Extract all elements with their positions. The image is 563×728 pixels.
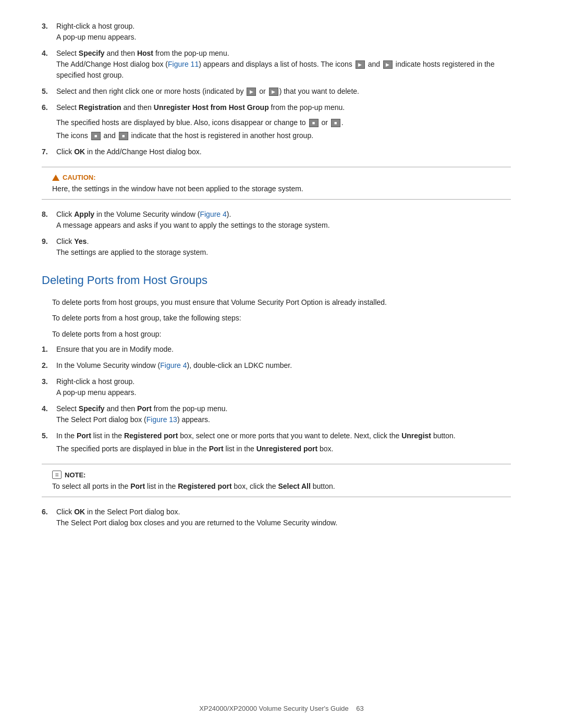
step-8-number: 8 [42, 209, 56, 231]
host-icon-8: ■ [119, 132, 128, 140]
step-8-apply: Apply [74, 210, 94, 218]
del-step-6-ok: OK [74, 508, 85, 516]
step-3-content: Right-click a host group. A pop-up menu … [56, 21, 136, 43]
step-4: 4 Select Specify and then Host from the … [42, 48, 511, 81]
del-step-5-main: In the Port list in the Registered port … [56, 430, 456, 441]
step-6-number: 6 [42, 102, 56, 141]
step-4-specify: Specify [79, 49, 105, 57]
step-5-content: Select and then right click one or more … [56, 86, 359, 97]
caution-text: Here, the settings in the window have no… [52, 184, 500, 193]
del-step-4-sub: The Select Port dialog box (Figure 13) a… [56, 414, 227, 425]
del-step-3-content: Right-click a host group. A pop-up menu … [56, 376, 136, 398]
del-step-3-number: 3 [42, 376, 56, 398]
del-step-5-port: Port [77, 431, 91, 440]
step-8-sub: A message appears and asks if you want t… [56, 220, 330, 231]
del-step-2-main: In the Volume Security window (Figure 4)… [56, 360, 292, 371]
del-step-6-number: 6 [42, 507, 56, 528]
step-9-yes: Yes [74, 237, 87, 245]
step-7-content: Click OK in the Add/Change Host dialog b… [56, 146, 202, 157]
del-step-4-number: 4 [42, 403, 56, 425]
del-step-6-sub: The Select Port dialog box closes and yo… [56, 517, 337, 528]
step-3: 3 Right-click a host group. A pop-up men… [42, 21, 511, 43]
del-step-4: 4 Select Specify and then Port from the … [42, 403, 511, 425]
step-5-number: 5 [42, 86, 56, 97]
del-step-5-port2: Port [209, 445, 224, 453]
footer-page-number: 63 [356, 705, 363, 712]
step-4-number: 4 [42, 48, 56, 81]
step-4-host: Host [137, 49, 153, 57]
del-step-6: 6 Click OK in the Select Port dialog box… [42, 507, 511, 528]
del-step-1: 1 Ensure that you are in Modify mode. [42, 344, 511, 355]
del-step-4-figure13-link[interactable]: Figure 13 [146, 415, 177, 424]
deleting-intro-1: To delete ports from host groups, you mu… [52, 297, 511, 308]
note-registered-port: Registered port [178, 482, 231, 490]
step-4-sub: The Add/Change Host dialog box (Figure 1… [56, 59, 511, 81]
host-icon-6: ■ [331, 119, 340, 127]
del-step-4-port: Port [137, 404, 152, 413]
note-label: NOTE: [65, 471, 85, 479]
step-4-figure11-link[interactable]: Figure 11 [168, 60, 199, 68]
del-step-1-content: Ensure that you are in Modify mode. [56, 344, 174, 355]
step-7-main: Click OK in the Add/Change Host dialog b… [56, 146, 202, 157]
del-step-5-unregist: Unregist [401, 431, 431, 440]
del-step-6-content: Click OK in the Select Port dialog box. … [56, 507, 337, 528]
note-icon [52, 471, 62, 479]
content-area: 3 Right-click a host group. A pop-up men… [42, 21, 511, 528]
del-step-1-number: 1 [42, 344, 56, 355]
step-3-number: 3 [42, 21, 56, 43]
del-step-5-registered-port: Registered port [124, 431, 178, 440]
step-3-main: Right-click a host group. [56, 21, 136, 32]
del-step-2-figure4-link[interactable]: Figure 4 [160, 361, 187, 369]
del-step-4-specify: Specify [79, 404, 105, 413]
step-5: 5 Select and then right click one or mor… [42, 86, 511, 97]
step-7-ok: OK [74, 147, 85, 156]
del-step-6-main: Click OK in the Select Port dialog box. [56, 507, 337, 517]
step-6-main: Select Registration and then Unregister … [56, 102, 345, 113]
host-icon-2: ▶ [383, 60, 393, 69]
del-step-5-content: In the Port list in the Registered port … [56, 430, 456, 454]
page-footer: XP24000/XP20000 Volume Security User's G… [0, 705, 563, 712]
step-6-unregister: Unregister Host from Host Group [154, 103, 269, 112]
top-steps-list: 3 Right-click a host group. A pop-up men… [42, 21, 511, 157]
note-text: To select all ports in the Port list in … [52, 482, 500, 490]
step-5-main: Select and then right click one or more … [56, 86, 359, 97]
note-select-all: Select All [278, 482, 311, 490]
host-icon-3: ▶ [247, 88, 256, 96]
host-icon-1: ▶ [356, 60, 365, 69]
step-8-figure4-link[interactable]: Figure 4 [200, 210, 226, 218]
del-step-5: 5 In the Port list in the Registered por… [42, 430, 511, 454]
del-step-4-main: Select Specify and then Port from the po… [56, 403, 227, 414]
deleting-intro-3: To delete ports from a host group: [52, 328, 511, 340]
step-8-content: Click Apply in the Volume Security windo… [56, 209, 330, 231]
del-step-2-number: 2 [42, 360, 56, 371]
host-icon-7: ■ [91, 132, 101, 140]
step-7: 7 Click OK in the Add/Change Host dialog… [42, 146, 511, 157]
del-step-4-content: Select Specify and then Port from the po… [56, 403, 227, 425]
step-4-content: Select Specify and then Host from the po… [56, 48, 511, 81]
step-6-sub1: The specified hosts are displayed by blu… [56, 117, 345, 128]
deleting-intro-2: To delete ports from a host group, take … [52, 312, 511, 324]
step-9-sub: The settings are applied to the storage … [56, 247, 208, 258]
del-step-3: 3 Right-click a host group. A pop-up men… [42, 376, 511, 398]
top-steps-after-caution: 8 Click Apply in the Volume Security win… [42, 209, 511, 258]
del-step-2-content: In the Volume Security window (Figure 4)… [56, 360, 292, 371]
step-6-content: Select Registration and then Unregister … [56, 102, 345, 141]
del-step-3-sub: A pop-up menu appears. [56, 387, 136, 398]
step-6: 6 Select Registration and then Unregiste… [42, 102, 511, 141]
step-8: 8 Click Apply in the Volume Security win… [42, 209, 511, 231]
section-heading-deleting-ports: Deleting Ports from Host Groups [42, 274, 511, 289]
step-6-sub2: The icons ■ and ■ indicate that the host… [56, 130, 345, 141]
del-step-3-main: Right-click a host group. [56, 376, 136, 387]
del-step-1-main: Ensure that you are in Modify mode. [56, 344, 174, 355]
step-3-sub: A pop-up menu appears. [56, 32, 136, 43]
del-step-2: 2 In the Volume Security window (Figure … [42, 360, 511, 371]
caution-box: CAUTION: Here, the settings in the windo… [42, 167, 511, 200]
note-box: NOTE: To select all ports in the Port li… [42, 464, 511, 497]
note-port: Port [130, 482, 145, 490]
step-6-registration: Registration [79, 103, 121, 112]
del-step-5-sub: The specified ports are displayed in blu… [56, 443, 456, 454]
step-8-main: Click Apply in the Volume Security windo… [56, 209, 330, 220]
step-9: 9 Click Yes. The settings are applied to… [42, 236, 511, 258]
host-icon-4: ▶ [269, 88, 278, 96]
step-9-number: 9 [42, 236, 56, 258]
